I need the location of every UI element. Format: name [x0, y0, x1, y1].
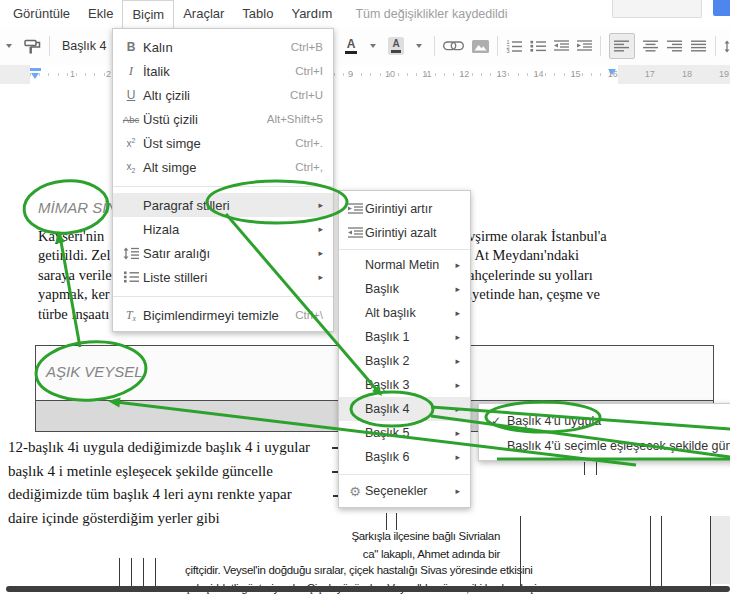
bulleted-list-icon[interactable] [530, 34, 546, 58]
menu-item-label: Girintiyi artır [365, 202, 432, 216]
menu-item-ust-simge[interactable]: x2Üst simgeCtrl+. [113, 131, 333, 155]
menu-item-label: Üstü çizili [143, 112, 198, 127]
menu-item-liste-stilleri[interactable]: Liste stilleri▸ [113, 265, 333, 289]
align-right-icon[interactable] [667, 34, 683, 58]
menu-item-girintiyi-azalt[interactable]: Girintiyi azalt [339, 221, 470, 245]
subscript-icon: x2 [119, 161, 143, 174]
ruler-number: 11 [422, 69, 431, 79]
highlight-color-icon[interactable]: A [388, 34, 404, 58]
menu-item-basl-k-3[interactable]: Başlık 3▸ [339, 373, 470, 397]
table-border-line [650, 516, 651, 586]
line-spacing-icon[interactable] [724, 34, 730, 58]
align-center-icon[interactable] [643, 34, 659, 58]
caret-down-icon[interactable] [2, 34, 16, 58]
menu-item-italik[interactable]: IİtalikCtrl+I [113, 59, 333, 83]
menu-item-secenekler[interactable]: ⚙Seçenekler▸ [339, 479, 470, 503]
align-justify-icon[interactable] [691, 34, 707, 58]
submenu-arrow-icon: ▸ [318, 224, 323, 234]
menu-item-label: Başlık 2 [365, 354, 409, 368]
menu-item-label: Başlık [365, 282, 399, 296]
menu-item-alt-simge[interactable]: x2Alt simgeCtrl+, [113, 155, 333, 179]
paint-format-icon[interactable] [24, 34, 41, 58]
indent-increase-icon[interactable] [577, 34, 592, 58]
share-button[interactable] [713, 0, 730, 16]
submenu-arrow-icon: ▸ [455, 486, 460, 496]
menu-item-basl-k-5[interactable]: Başlık 5▸ [339, 421, 470, 445]
paragraph-styles-submenu: Girintiyi artırGirintiyi azaltNormal Met… [338, 190, 471, 508]
menu-item-label: Başlık 4 [365, 402, 409, 416]
menu-shortcut: Ctrl+\ [295, 309, 323, 321]
menu-separator [339, 469, 470, 479]
text-line: iyetinde han, çeşme ve [468, 285, 607, 304]
ruler-number: 9 [348, 69, 353, 79]
menu-item-ustu-cizili[interactable]: AbcÜstü çiziliAlt+Shift+5 [113, 107, 333, 131]
menu-bicim[interactable]: Biçim [122, 0, 174, 28]
ruler[interactable]: 12910111213141516171819 [0, 65, 730, 84]
insert-image-icon[interactable] [472, 34, 489, 58]
separator-line [339, 474, 470, 475]
comments-button[interactable] [612, 0, 702, 18]
menu-shortcut: Ctrl+B [291, 41, 323, 53]
text-color-icon[interactable]: A [344, 34, 358, 58]
text-line: , At Meydanı'ndaki [468, 246, 607, 265]
checkmark-icon: ✓ [485, 414, 507, 428]
menu-item-basl-k-6[interactable]: Başlık 6▸ [339, 445, 470, 469]
text-line: türbe inşaatı [38, 305, 112, 324]
menu-item-basl-k-4[interactable]: Başlık 4▸ [339, 397, 470, 421]
menu-item-basl-k-1[interactable]: Başlık 1▸ [339, 325, 470, 349]
menu-item-kal-n[interactable]: BKalınCtrl+B [113, 35, 333, 59]
paragraph-veysel-right-fragment: Şarkışla ilçesine bağlı Sivrialanca" lak… [351, 528, 500, 563]
menu-item-basl-k-2[interactable]: Başlık 2▸ [339, 349, 470, 373]
text-line: getirildi. Zel [38, 246, 112, 265]
menu-item-basl-k[interactable]: Başlık▸ [339, 277, 470, 301]
indent-decrease-icon [345, 227, 365, 239]
indent-decrease-icon[interactable] [554, 34, 569, 58]
menu-item-girintiyi-art-r[interactable]: Girintiyi artır [339, 197, 470, 221]
text-line: Şarkışla ilçesine bağlı Sivrialan [351, 528, 500, 546]
text-line: 12-başlık 4i uygula dediğimizde başlık 4… [8, 436, 310, 460]
link-icon[interactable] [443, 34, 464, 58]
menu-shortcut: Ctrl+I [295, 65, 323, 77]
menu-araclar[interactable]: Araçlar [174, 0, 233, 28]
menu-tablo[interactable]: Tablo [233, 0, 282, 28]
menu-item-label: Seçenekler [365, 484, 428, 498]
submenu-arrow-icon: ▸ [318, 200, 323, 210]
superscript-icon: x2 [119, 137, 143, 149]
menu-yard-m[interactable]: Yardım [282, 0, 341, 28]
menu-item-basl-k-4-u-uygula[interactable]: ✓Başlık 4'ü uygula [479, 408, 730, 433]
caret-down-icon[interactable] [412, 34, 426, 58]
menu-ekle[interactable]: Ekle [79, 0, 122, 28]
menu-separator [113, 289, 333, 303]
menu-item-label: Paragraf stilleri [143, 198, 230, 213]
submenu-arrow-icon: ▸ [455, 428, 460, 438]
submenu-arrow-icon: ▸ [318, 272, 323, 282]
right-indent-marker[interactable] [608, 69, 616, 75]
menu-item-normal-metin[interactable]: Normal Metin▸ [339, 253, 470, 277]
first-line-indent-marker[interactable] [30, 68, 41, 71]
menu-item-bicimlendirmeyi-temizle[interactable]: TxBiçimlendirmeyi temizleCtrl+\ [113, 303, 333, 327]
menu-item-alt-basl-k[interactable]: Alt başlık▸ [339, 301, 470, 325]
submenu-arrow-icon: ▸ [455, 260, 460, 270]
table-border-line [143, 558, 144, 586]
menu-item-label: Alt simge [143, 160, 196, 175]
submenu-arrow-icon: ▸ [455, 308, 460, 318]
menu-item-label: Üst simge [143, 136, 201, 151]
left-indent-marker[interactable] [31, 73, 39, 79]
toolbar-right: AA123 [344, 28, 730, 64]
ruler-number: 12 [459, 69, 469, 79]
caret-down-icon[interactable] [366, 34, 380, 58]
table-border-line [386, 513, 387, 530]
menu-goruntule[interactable]: Görüntüle [4, 0, 79, 28]
menu-item-label: Başlık 4'ü seçimle eşleşecek şekilde gün… [507, 439, 730, 453]
menu-item-basl-k-4-u-secimle-eslesecek-sekilde-guncelle[interactable]: Başlık 4'ü seçimle eşleşecek şekilde gün… [479, 433, 730, 458]
numbered-list-icon[interactable]: 123 [506, 34, 522, 58]
paragraph-style-selector[interactable]: Başlık 4 [58, 39, 110, 53]
menu-item-alt-cizili[interactable]: UAltı çiziliCtrl+U [113, 83, 333, 107]
menu-item-paragraf-stilleri[interactable]: Paragraf stilleri▸ [113, 193, 333, 217]
italic-icon: I [119, 63, 143, 79]
menu-item-label: Liste stilleri [143, 270, 207, 285]
submenu-arrow-icon: ▸ [318, 248, 323, 258]
menu-item-sat-r-aral-g[interactable]: Satır aralığı▸ [113, 241, 333, 265]
align-left-icon[interactable] [609, 33, 635, 59]
menu-item-hizala[interactable]: Hizala▸ [113, 217, 333, 241]
